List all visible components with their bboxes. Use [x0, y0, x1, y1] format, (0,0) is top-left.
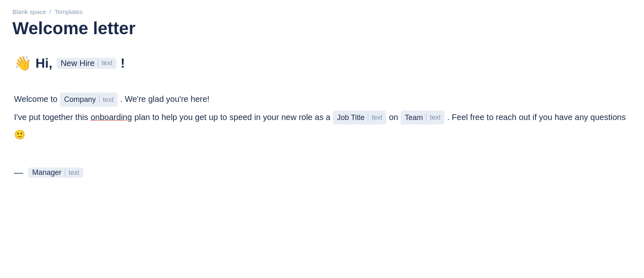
smiley-emoji: 🙂 — [14, 127, 25, 142]
welcome-prefix: Welcome to — [14, 92, 57, 106]
team-tag[interactable]: Team text — [400, 111, 445, 125]
company-tag-name: Company — [64, 93, 96, 106]
job-title-tag[interactable]: Job Title text — [333, 111, 386, 125]
onboarding-paragraph: I've put together this onboarding plan t… — [14, 110, 630, 143]
company-tag[interactable]: Company text — [60, 92, 118, 107]
manager-tag-divider — [65, 169, 65, 177]
welcome-suffix: . We're glad you're here! — [120, 92, 209, 106]
breadcrumb: Blank space / Templates — [12, 8, 632, 15]
manager-tag-name: Manager — [32, 168, 62, 177]
ive-put-text: I've put together this — [14, 110, 88, 124]
breadcrumb-root[interactable]: Blank space — [12, 8, 46, 15]
job-title-tag-divider — [368, 114, 368, 121]
on-text: on — [389, 110, 398, 124]
page-title: Welcome letter — [12, 19, 632, 38]
team-tag-divider — [426, 114, 426, 121]
team-tag-name: Team — [405, 111, 423, 124]
plan-text: plan to help you get up to speed in your… — [135, 110, 331, 124]
manager-tag[interactable]: Manager text — [28, 167, 83, 178]
job-title-tag-type: text — [372, 112, 382, 123]
feel-free-text: . Feel free to reach out if you have any… — [447, 110, 625, 124]
greeting-line: 👋 Hi, New Hire text ! — [14, 55, 630, 71]
breadcrumb-current[interactable]: Templates — [54, 8, 83, 15]
new-hire-tag-type: text — [102, 59, 112, 67]
new-hire-tag[interactable]: New Hire text — [57, 58, 116, 69]
greeting-exclamation: ! — [121, 56, 125, 71]
company-tag-divider — [99, 96, 99, 103]
onboarding-word: onboarding — [90, 110, 132, 124]
breadcrumb-separator: / — [50, 8, 51, 15]
wave-emoji: 👋 — [14, 55, 31, 71]
signature-line: — Manager text — [14, 167, 630, 178]
new-hire-tag-name: New Hire — [61, 59, 95, 68]
job-title-tag-name: Job Title — [337, 111, 365, 124]
manager-tag-type: text — [69, 169, 79, 177]
welcome-paragraph: Welcome to Company text . We're glad you… — [14, 92, 630, 107]
company-tag-type: text — [103, 94, 114, 105]
hi-text: Hi, — [36, 56, 52, 71]
team-tag-type: text — [430, 112, 440, 123]
content-area: 👋 Hi, New Hire text ! Welcome to Company… — [12, 55, 632, 178]
signature-dash: — — [14, 167, 23, 178]
new-hire-tag-divider — [98, 59, 98, 67]
